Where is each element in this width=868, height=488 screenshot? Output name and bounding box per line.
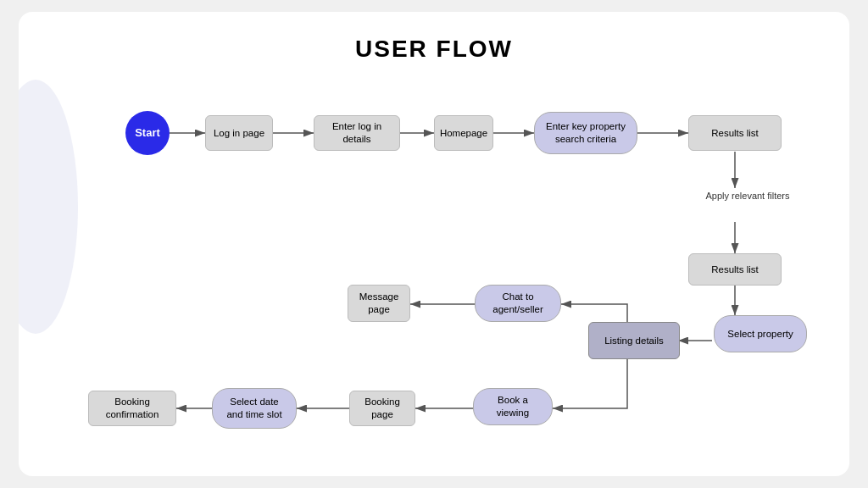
node-homepage: Homepage: [434, 115, 493, 151]
node-select-property: Select property: [714, 315, 807, 352]
node-enter-login: Enter log in details: [314, 115, 400, 151]
page-title: USER FLOW: [355, 36, 513, 63]
node-message-page: Message page: [348, 285, 410, 322]
node-booking-page: Booking page: [349, 391, 415, 426]
node-book-viewing: Book a viewing: [473, 388, 553, 425]
node-results-list-1: Results list: [688, 115, 782, 151]
node-enter-key-property: Enter key property search criteria: [534, 112, 637, 154]
canvas: USER FLOW: [19, 12, 849, 476]
node-booking-confirmation: Booking confirmation: [88, 391, 176, 426]
node-login-page: Log in page: [205, 115, 273, 151]
decorative-shape: [19, 80, 78, 334]
node-results-list-2: Results list: [688, 253, 782, 286]
node-chat-agent: Chat to agent/seller: [475, 285, 561, 322]
node-select-date: Select date and time slot: [212, 388, 297, 429]
node-start: Start: [125, 111, 170, 155]
node-apply-filters: Apply relevant filters: [701, 190, 794, 202]
node-listing-details: Listing details: [588, 322, 680, 359]
